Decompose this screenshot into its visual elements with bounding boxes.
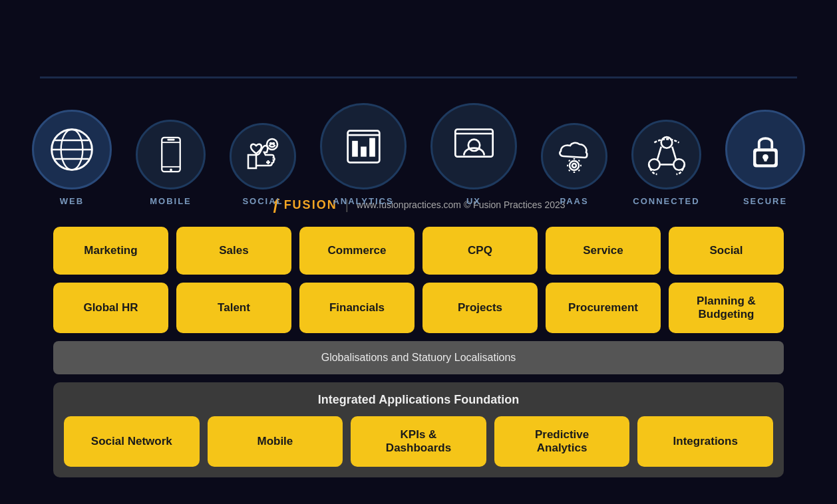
foundation-section: Integrated Applications Foundation Socia… [53, 382, 784, 477]
box-cpq: CPQ [422, 227, 538, 275]
box-projects: Projects [422, 283, 538, 333]
row1-boxes: Marketing Sales Commerce CPQ Service Soc… [53, 227, 784, 275]
svg-rect-42 [764, 157, 766, 162]
social-icon [243, 136, 283, 176]
svg-point-24 [572, 164, 576, 168]
mobile-label: MOBILE [150, 196, 192, 206]
secure-icon [747, 128, 784, 172]
box-planning: Planning &Budgeting [669, 283, 784, 333]
mobile-icon-circle [136, 120, 206, 189]
ux-icon-circle [430, 103, 517, 189]
icon-item-secure: SECURE [725, 110, 805, 206]
social-label: SOCIAL [242, 196, 283, 206]
web-icon-circle [32, 110, 112, 189]
box-globalhr: Global HR [53, 283, 168, 333]
paas-icon [554, 136, 594, 176]
foundation-box-mobile: Mobile [208, 416, 343, 467]
svg-point-11 [270, 143, 271, 144]
connector-line [40, 76, 797, 78]
box-marketing: Marketing [53, 227, 168, 275]
mobile-icon [158, 136, 184, 173]
secure-icon-circle [725, 110, 805, 189]
svg-rect-19 [369, 138, 375, 156]
box-social: Social [669, 227, 784, 275]
svg-line-29 [569, 160, 570, 161]
svg-line-37 [672, 146, 676, 160]
svg-line-36 [657, 146, 661, 160]
connected-icon [646, 134, 687, 176]
connected-label: CONNECTED [633, 196, 699, 206]
analytics-icon-circle [320, 103, 407, 189]
svg-rect-17 [352, 140, 358, 156]
ux-icon [452, 125, 496, 168]
foundation-box-kpis: KPIs &Dashboards [351, 416, 486, 467]
foundation-box-predictive: PredictiveAnalytics [494, 416, 630, 467]
box-service: Service [546, 227, 661, 275]
box-talent: Talent [176, 283, 291, 333]
icon-item-social: SOCIAL [230, 123, 296, 206]
ux-label: UX [466, 196, 481, 206]
svg-rect-9 [167, 139, 174, 141]
box-sales: Sales [176, 227, 291, 275]
icon-item-mobile: MOBILE [136, 120, 206, 206]
icon-item-paas: PAAS [541, 123, 607, 206]
svg-line-30 [579, 170, 580, 171]
analytics-label: ANALYTICS [333, 196, 393, 206]
svg-point-12 [273, 143, 274, 144]
box-commerce: Commerce [299, 227, 415, 275]
foundation-box-integrations: Integrations [637, 416, 773, 467]
foundation-title: Integrated Applications Foundation [64, 393, 773, 407]
svg-point-23 [570, 161, 579, 170]
icon-item-ux: UX [430, 103, 517, 206]
icon-item-analytics: ANALYTICS [320, 103, 407, 206]
box-financials: Financials [299, 283, 415, 333]
paas-icon-circle [541, 123, 607, 189]
foundation-box-social-network: Social Network [64, 416, 200, 467]
content-section: Marketing Sales Commerce CPQ Service Soc… [0, 227, 837, 477]
globalisations-bar: Globalisations and Statuory Localisation… [53, 341, 784, 374]
analytics-icon [342, 125, 385, 168]
icon-item-connected: CONNECTED [631, 120, 701, 206]
paas-label: PAAS [560, 196, 588, 206]
icon-item-web: WEB [32, 110, 112, 206]
connected-icon-circle [631, 120, 701, 189]
svg-line-32 [579, 160, 580, 161]
foundation-boxes: Social Network Mobile KPIs &Dashboards P… [64, 416, 773, 467]
svg-rect-18 [361, 146, 367, 156]
social-icon-circle [230, 123, 296, 189]
web-label: WEB [60, 196, 84, 206]
icons-section: WEB MOBILE [0, 0, 837, 206]
svg-point-8 [170, 169, 172, 172]
row2-boxes: Global HR Talent Financials Projects Pro… [53, 283, 784, 333]
secure-label: SECURE [743, 196, 787, 206]
box-procurement: Procurement [546, 283, 661, 333]
svg-line-31 [569, 170, 570, 171]
web-icon [49, 126, 95, 173]
